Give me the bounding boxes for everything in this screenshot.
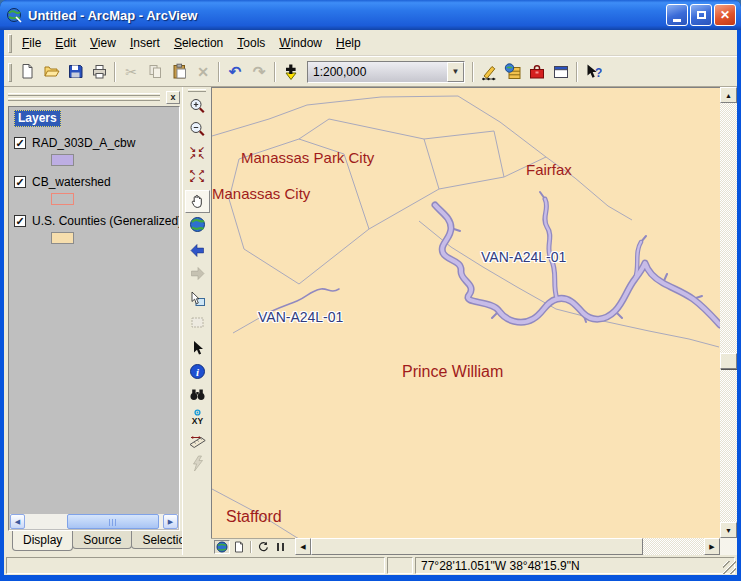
map-canvas[interactable] [211,87,720,538]
fixed-zoom-in-button[interactable]: ↘ ↙↗ ↖ [185,141,210,164]
scroll-right-arrow-icon[interactable]: ▶ [163,514,178,529]
menu-edit[interactable]: Edit [48,32,83,54]
menu-file[interactable]: File [15,32,48,54]
layer-checkbox[interactable]: ✓ [14,215,26,227]
resize-grip[interactable] [723,561,736,574]
fixed-zoom-in-icon: ↘ ↙↗ ↖ [189,146,205,160]
layer-label[interactable]: RAD_303D_A_cbw [32,136,135,150]
toc-drag-grip[interactable] [8,93,160,101]
fixed-zoom-out-icon: ↖ ↗↙ ↘ [189,169,205,183]
map-horizontal-scrollbar[interactable]: ◀ ▶ [211,538,737,555]
arccatalog-button[interactable] [501,60,525,84]
layer-label[interactable]: U.S. Counties (Generalized) [32,214,180,228]
zoom-out-button[interactable] [185,118,210,141]
map-scale-combobox[interactable]: 1:200,000 ▼ [307,61,465,83]
toc-scroll-track[interactable] [25,514,163,529]
hyperlink-button[interactable] [185,452,210,475]
menu-selection[interactable]: Selection [167,32,230,54]
maximize-button[interactable] [690,4,712,26]
toc-close-button[interactable]: x [166,91,180,104]
svg-text:?: ? [595,66,602,80]
layer-symbol-swatch[interactable] [51,232,74,244]
full-extent-globe-icon [188,215,207,234]
hscroll-thumb[interactable] [311,538,643,555]
scale-dropdown-button[interactable]: ▼ [447,62,464,82]
layer-symbol-swatch[interactable] [51,154,74,166]
layer-checkbox[interactable]: ✓ [14,176,26,188]
scroll-up-arrow-icon[interactable]: ▲ [720,87,737,103]
map-vertical-scrollbar[interactable]: ▲ ▼ [720,87,737,538]
arctoolbox-button[interactable] [525,60,549,84]
fixed-zoom-out-button[interactable]: ↖ ↗↙ ↘ [185,164,210,187]
command-window-icon [552,63,570,81]
status-message-pane [6,557,385,574]
pan-button[interactable] [185,190,210,213]
scroll-left-arrow-icon[interactable]: ◀ [295,538,311,555]
scroll-down-arrow-icon[interactable]: ▼ [720,522,737,538]
view-mode-bar [211,538,295,555]
copy-button[interactable] [143,60,167,84]
map-scale-value[interactable]: 1:200,000 [308,62,447,82]
toc-scroll-thumb[interactable] [67,514,159,529]
toc-root-layers[interactable]: Layers [14,110,61,127]
refresh-view-button[interactable] [255,540,271,554]
zoom-in-icon [188,97,207,116]
minimize-button[interactable] [666,4,688,26]
add-data-button[interactable] [279,60,303,84]
layer-label[interactable]: CB_watershed [32,175,111,189]
select-elements-button[interactable] [185,337,210,360]
menu-tools[interactable]: Tools [230,32,272,54]
scroll-right-arrow-icon[interactable]: ▶ [704,538,720,555]
cut-button[interactable]: ✂ [119,60,143,84]
forward-arrow-icon [188,264,207,283]
find-button[interactable] [185,383,210,406]
open-button[interactable] [39,60,63,84]
menu-insert[interactable]: Insert [123,32,167,54]
hscroll-track[interactable] [643,538,704,555]
go-to-xy-button[interactable]: XY [185,406,210,429]
menu-window[interactable]: Window [272,32,329,54]
toc-tabs: Display Source Selection [8,531,180,553]
map-view[interactable]: Manassas Park City Fairfax Manassas City… [211,87,737,555]
identify-button[interactable]: i [185,360,210,383]
back-extent-button[interactable] [185,239,210,262]
redo-button[interactable]: ↷ [247,60,271,84]
save-button[interactable] [63,60,87,84]
toc-layer-tree[interactable]: Layers ✓ RAD_303D_A_cbw ✓ CB_watershed [8,106,180,531]
editor-toolbar-button[interactable] [477,60,501,84]
print-button[interactable] [87,60,111,84]
measure-button[interactable] [185,429,210,452]
full-extent-button[interactable] [185,213,210,236]
command-window-button[interactable] [549,60,573,84]
vscroll-thumb[interactable] [720,353,737,369]
title-bar[interactable]: Untitled - ArcMap - ArcView ✕ [0,0,741,30]
data-view-button[interactable] [214,540,230,554]
clear-selection-button[interactable] [185,311,210,334]
tools-toolbar-grip[interactable] [188,89,206,92]
tab-display[interactable]: Display [12,531,73,551]
vscroll-track[interactable] [720,103,737,522]
scroll-left-arrow-icon[interactable]: ◀ [10,514,25,529]
layer-checkbox[interactable]: ✓ [14,137,26,149]
paste-clipboard-icon [171,63,188,80]
select-features-button[interactable] [185,288,210,311]
paste-button[interactable] [167,60,191,84]
menu-view[interactable]: View [83,32,123,54]
toolbar-grip[interactable] [8,63,11,81]
menubar-grip[interactable] [8,34,11,52]
menu-help[interactable]: Help [329,32,368,54]
delete-button[interactable]: ✕ [191,60,215,84]
open-folder-icon [43,63,60,80]
toc-horizontal-scrollbar[interactable]: ◀ ▶ [10,514,178,529]
forward-extent-button[interactable] [185,262,210,285]
layer-symbol-swatch[interactable] [51,193,74,205]
whats-this-help-button[interactable]: ? [581,60,605,84]
scrollbar-corner [720,538,737,555]
layout-view-button[interactable] [231,540,247,554]
close-button[interactable]: ✕ [714,4,736,26]
undo-button[interactable]: ↶ [223,60,247,84]
tab-source[interactable]: Source [72,531,132,549]
new-document-button[interactable] [15,60,39,84]
pause-drawing-button[interactable] [272,540,288,554]
zoom-in-button[interactable] [185,95,210,118]
